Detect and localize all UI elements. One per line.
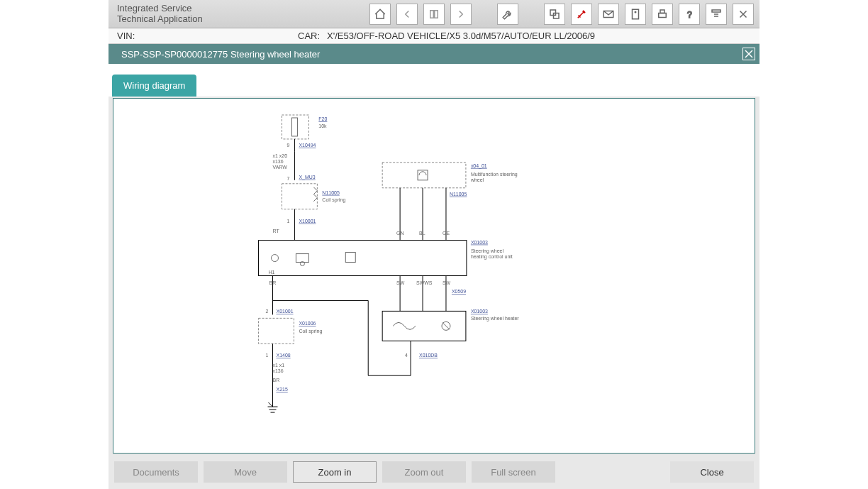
- doc-button[interactable]: [625, 4, 646, 25]
- svg-text:Steering wheel heater: Steering wheel heater: [471, 316, 519, 322]
- svg-rect-7: [659, 13, 667, 17]
- print-button[interactable]: [652, 4, 673, 25]
- wrench-button[interactable]: [497, 4, 518, 25]
- copy-icon: [548, 8, 561, 21]
- home-button[interactable]: [369, 4, 391, 25]
- header-bar: Integrated Service Technical Application: [108, 0, 760, 28]
- home-icon: [374, 8, 386, 21]
- svg-text:VARW: VARW: [273, 165, 288, 170]
- svg-point-44: [272, 255, 279, 262]
- forward-button[interactable]: [450, 4, 472, 25]
- panel-close-button[interactable]: [742, 48, 755, 60]
- svg-text:7: 7: [286, 176, 289, 181]
- button-row: Documents Move Zoom in Zoom out Full scr…: [108, 455, 760, 489]
- back-icon: [401, 8, 413, 21]
- documents-button[interactable]: Documents: [114, 461, 198, 483]
- svg-text:BR: BR: [269, 280, 277, 285]
- svg-rect-45: [296, 254, 308, 263]
- svg-text:?: ?: [687, 9, 692, 19]
- svg-text:wheel: wheel: [470, 177, 484, 182]
- svg-text:4: 4: [405, 353, 408, 358]
- tab-wiring-diagram[interactable]: Wiring diagram: [112, 75, 196, 97]
- svg-rect-1: [435, 10, 438, 18]
- car-value: X'/E53/OFF-ROAD VEHICLE/X5 3.0d/M57/AUTO…: [327, 31, 595, 41]
- close-icon: [737, 8, 750, 21]
- svg-text:SW: SW: [443, 280, 451, 285]
- svg-text:Coil spring: Coil spring: [299, 329, 322, 334]
- svg-rect-0: [430, 10, 434, 18]
- svg-text:heating control unit: heating control unit: [471, 254, 513, 260]
- mail-icon: [602, 8, 615, 21]
- title-line2: Technical Application: [117, 14, 250, 24]
- menu-icon: [710, 8, 723, 21]
- doc-icon: [629, 8, 642, 21]
- svg-text:N11005: N11005: [322, 190, 340, 195]
- tab-row: Wiring diagram: [108, 64, 760, 97]
- svg-text:Coil spring: Coil spring: [322, 197, 345, 203]
- svg-text:BL: BL: [419, 231, 425, 236]
- svg-text:X01003: X01003: [471, 240, 488, 245]
- settings-button[interactable]: [706, 4, 727, 25]
- svg-text:1: 1: [266, 353, 269, 358]
- svg-text:Multifunction steering: Multifunction steering: [471, 172, 518, 177]
- svg-text:9: 9: [286, 143, 289, 148]
- svg-text:Steering wheel: Steering wheel: [471, 248, 504, 254]
- svg-text:X215: X215: [276, 387, 287, 392]
- svg-text:X01001: X01001: [276, 309, 293, 314]
- svg-rect-25: [282, 184, 317, 209]
- svg-text:H1: H1: [269, 270, 275, 275]
- wiring-diagram: F20 10k 9 X10494 x1 x20 x136 VARW 7 X_MU…: [113, 99, 755, 453]
- print-icon: [656, 8, 669, 21]
- svg-text:2: 2: [266, 309, 269, 314]
- svg-rect-31: [382, 163, 466, 188]
- svg-line-85: [269, 402, 273, 407]
- svg-text:x136: x136: [273, 368, 284, 373]
- svg-rect-10: [712, 10, 720, 12]
- svg-text:X10001: X10001: [299, 219, 316, 224]
- svg-text:x1 x20: x1 x20: [273, 153, 288, 158]
- wrench-icon: [501, 8, 514, 21]
- svg-text:GE: GE: [443, 231, 450, 236]
- toolbar: ?: [369, 4, 760, 25]
- help-button[interactable]: ?: [679, 4, 700, 25]
- close-app-button[interactable]: [733, 4, 754, 25]
- svg-text:10k: 10k: [318, 123, 327, 128]
- svg-rect-61: [382, 311, 466, 341]
- diagram-viewport[interactable]: F20 10k 9 X10494 x1 x20 x136 VARW 7 X_MU…: [113, 98, 755, 454]
- svg-text:x1 x1: x1 x1: [273, 363, 285, 368]
- history-icon: [428, 8, 440, 21]
- history-button[interactable]: [423, 4, 445, 25]
- zoom-out-button[interactable]: Zoom out: [382, 461, 466, 483]
- svg-text:BR: BR: [273, 378, 280, 383]
- svg-line-63: [443, 322, 450, 329]
- svg-text:x136: x136: [273, 159, 284, 164]
- copy-button[interactable]: [544, 4, 565, 25]
- svg-rect-43: [259, 241, 467, 276]
- info-row: VIN: CAR: X'/E53/OFF-ROAD VEHICLE/X5 3.0…: [108, 28, 760, 44]
- svg-rect-5: [633, 9, 639, 19]
- svg-rect-11: [282, 115, 308, 139]
- connector-button[interactable]: [571, 4, 592, 25]
- mail-button[interactable]: [598, 4, 619, 25]
- svg-text:SW: SW: [396, 280, 405, 285]
- svg-text:X010DB: X010DB: [419, 353, 438, 358]
- svg-text:GN: GN: [396, 231, 404, 236]
- zoom-in-button[interactable]: Zoom in: [293, 461, 377, 483]
- move-button[interactable]: Move: [204, 461, 287, 483]
- svg-text:X_MU3: X_MU3: [299, 175, 315, 180]
- panel-title-bar: SSP-SSP-SP0000012775 Steering wheel heat…: [108, 44, 760, 64]
- svg-point-6: [635, 11, 636, 13]
- svg-text:X0509: X0509: [452, 289, 466, 294]
- svg-text:X01003: X01003: [471, 309, 488, 314]
- back-button[interactable]: [396, 4, 418, 25]
- connector-icon: [575, 8, 588, 21]
- svg-text:N11005: N11005: [450, 192, 467, 197]
- forward-icon: [455, 8, 467, 21]
- close-button[interactable]: Close: [670, 461, 754, 483]
- svg-rect-8: [660, 10, 664, 13]
- svg-rect-47: [345, 253, 355, 263]
- help-icon: ?: [683, 8, 696, 21]
- full-screen-button[interactable]: Full screen: [472, 461, 555, 483]
- app-window: Integrated Service Technical Application: [108, 0, 760, 489]
- app-title: Integrated Service Technical Application: [108, 4, 250, 24]
